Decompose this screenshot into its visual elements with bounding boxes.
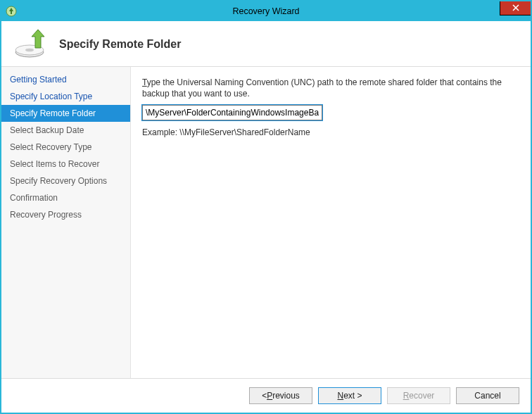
cancel-button[interactable]: Cancel (456, 387, 519, 404)
recovery-wizard-window: Recovery Wizard Specify Remote Folder Ge… (0, 0, 532, 414)
example-text: Example: \\MyFileServer\SharedFolderName (142, 127, 517, 137)
app-icon (6, 6, 17, 17)
wizard-steps-sidebar: Getting StartedSpecify Location TypeSpec… (1, 67, 131, 378)
close-icon (512, 4, 519, 13)
wizard-header: Specify Remote Folder (1, 21, 531, 67)
page-title: Specify Remote Folder (59, 38, 181, 51)
window-title: Recovery Wizard (1, 6, 531, 16)
wizard-step: Confirmation (1, 189, 130, 206)
wizard-step: Recovery Progress (1, 206, 130, 223)
svg-point-3 (25, 49, 34, 52)
previous-button[interactable]: < Previous (249, 387, 312, 404)
wizard-step: Select Items to Recover (1, 156, 130, 172)
instruction-text: Type the Universal Naming Convention (UN… (142, 77, 517, 99)
wizard-step: Specify Recovery Options (1, 172, 130, 189)
wizard-content: Type the Universal Naming Convention (UN… (131, 67, 531, 378)
wizard-footer: < Previous Next > Recover Cancel (1, 379, 531, 413)
wizard-step[interactable]: Getting Started (1, 71, 130, 88)
recovery-wizard-icon (14, 30, 48, 59)
titlebar: Recovery Wizard (1, 1, 531, 21)
close-button[interactable] (500, 1, 531, 15)
wizard-step: Select Recovery Type (1, 139, 130, 156)
wizard-step: Select Backup Date (1, 122, 130, 139)
unc-path-input[interactable] (142, 105, 322, 120)
wizard-body: Getting StartedSpecify Location TypeSpec… (1, 67, 531, 379)
wizard-step[interactable]: Specify Remote Folder (1, 105, 130, 122)
recover-button: Recover (387, 387, 450, 404)
wizard-step[interactable]: Specify Location Type (1, 88, 130, 105)
next-button[interactable]: Next > (318, 387, 381, 404)
